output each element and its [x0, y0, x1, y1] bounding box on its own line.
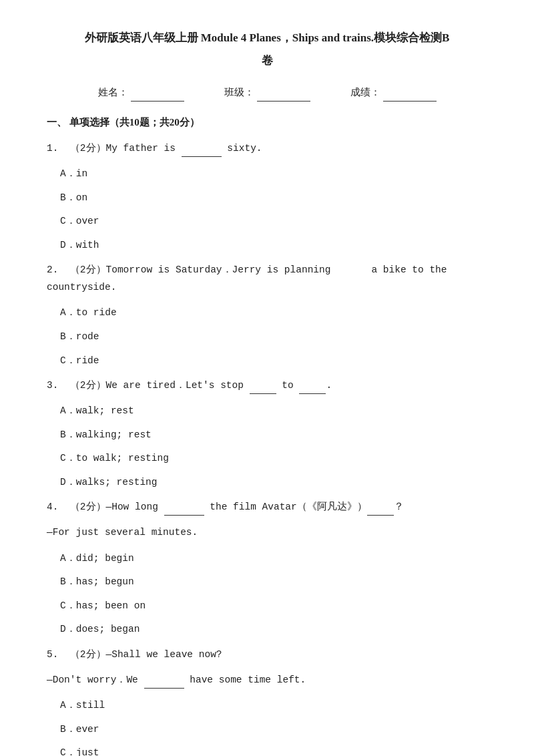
q5-option-a: A．still [60, 697, 487, 715]
question-2: 2. （2分）Tomorrow is Saturday．Jerry is pla… [47, 261, 487, 370]
q1-option-b: B．on [60, 189, 487, 208]
question-5: 5. （2分）—Shall we leave now? —Don't worry… [47, 646, 487, 756]
question-4: 4. （2分）—How long the film Avatar（《阿凡达》）？… [47, 498, 487, 638]
exam-header: 姓名： 班级： 成绩： [47, 83, 487, 102]
q1-content: （2分）My father is sixty. [70, 143, 262, 154]
class-input [257, 83, 310, 102]
q2-option-a: A．to ride [60, 304, 487, 323]
q3-num: 3. [47, 380, 64, 391]
q5-dialog: —Don't worry．We have some time left. [47, 671, 487, 689]
q5-option-b: B．ever [60, 721, 487, 739]
q4-option-b: B．has; begun [60, 573, 487, 592]
score-label: 成绩： [350, 83, 380, 102]
section1-title: 一、 单项选择（共10题；共20分） [47, 114, 487, 132]
q1-option-a: A．in [60, 165, 487, 184]
q2-text: 2. （2分）Tomorrow is Saturday．Jerry is pla… [47, 261, 487, 296]
score-field-group: 成绩： [350, 83, 437, 102]
name-label: 姓名： [98, 83, 128, 102]
q3-option-d: D．walks; resting [60, 474, 487, 492]
q3-content: （2分）We are tired．Let's stop to . [70, 380, 332, 391]
q3-option-b: B．walking; rest [60, 426, 487, 445]
q4-option-d: D．does; began [60, 620, 487, 639]
q5-num: 5. [47, 649, 64, 660]
class-label: 班级： [224, 83, 254, 102]
score-input [383, 83, 437, 102]
q4-option-c: C．has; been on [60, 597, 487, 616]
page-title: 外研版英语八年级上册 Module 4 Planes，Ships and tra… [47, 27, 487, 72]
q2-num: 2. [47, 264, 64, 275]
q5-option-c: C．just [60, 744, 487, 756]
q1-option-c: C．over [60, 212, 487, 231]
q4-num: 4. [47, 502, 64, 512]
q2-content: （2分）Tomorrow is Saturday．Jerry is planni… [47, 264, 447, 293]
q4-option-a: A．did; begin [60, 550, 487, 568]
q4-content: （2分）—How long the film Avatar（《阿凡达》）？ [70, 502, 404, 512]
q5-text: 5. （2分）—Shall we leave now? [47, 646, 487, 663]
q4-text: 4. （2分）—How long the film Avatar（《阿凡达》）？ [47, 498, 487, 516]
question-3: 3. （2分）We are tired．Let's stop to . A．wa… [47, 377, 487, 492]
q1-option-d: D．with [60, 236, 487, 255]
q1-num: 1. [47, 143, 64, 154]
q2-option-c: C．ride [60, 352, 487, 371]
q3-text: 3. （2分）We are tired．Let's stop to . [47, 377, 487, 394]
question-1: 1. （2分）My father is sixty. A．in B．on C．o… [47, 140, 487, 254]
q3-option-a: A．walk; rest [60, 402, 487, 421]
name-field-group: 姓名： [98, 83, 184, 102]
q1-text: 1. （2分）My father is sixty. [47, 140, 487, 157]
q4-dialog: —For just several minutes. [47, 524, 487, 541]
name-input [131, 83, 184, 102]
q5-content: （2分）—Shall we leave now? [70, 649, 222, 660]
q3-option-c: C．to walk; resting [60, 449, 487, 468]
class-field-group: 班级： [224, 83, 310, 102]
q2-option-b: B．rode [60, 328, 487, 347]
